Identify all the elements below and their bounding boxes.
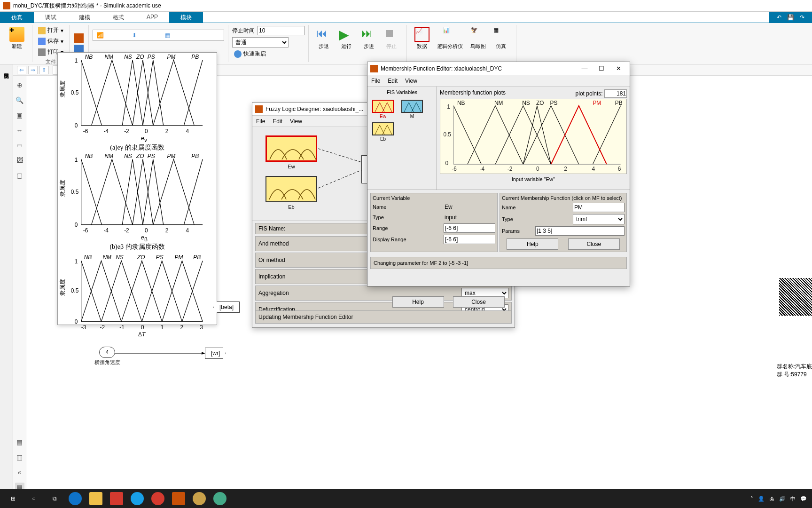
fuzzy-status: Updating Membership Function Editor <box>255 310 512 324</box>
tab-format[interactable]: 格式 <box>102 12 135 23</box>
nav-up-icon[interactable]: ⇑ <box>39 66 49 74</box>
fast-restart-button[interactable]: 快速重启 <box>232 49 304 59</box>
redo-icon[interactable]: ↷ <box>800 14 804 21</box>
fuzzy-menu-edit[interactable]: Edit <box>273 118 282 125</box>
mf-plot[interactable]: NBNMNSZOPSPMPB <box>440 99 627 174</box>
viewmark-icon[interactable]: ▢ <box>15 171 24 180</box>
app-cam-icon[interactable] <box>210 490 230 507</box>
sim-button[interactable]: ▦仿真 <box>490 25 512 62</box>
input-ew-label: Ew <box>265 164 317 169</box>
grid-icon[interactable]: ▦ <box>165 32 170 39</box>
tab-block[interactable]: 模块 <box>169 12 203 23</box>
var-eb[interactable] <box>372 122 394 135</box>
edge-icon[interactable] <box>65 490 86 507</box>
app-red-icon[interactable] <box>148 490 168 507</box>
mfe-menu-file[interactable]: File <box>371 78 380 84</box>
save-button[interactable]: 保存▾ <box>36 36 65 46</box>
tray-vol-icon[interactable]: 🔊 <box>779 496 786 502</box>
taskview-icon[interactable]: ⧉ <box>44 490 65 507</box>
svg-text:0.5: 0.5 <box>71 189 79 195</box>
down-icon[interactable]: ⬇ <box>132 32 137 39</box>
svg-text:PB: PB <box>193 254 201 261</box>
mfe-menu-view[interactable]: View <box>405 78 417 84</box>
image-icon[interactable]: 🖼 <box>15 156 24 165</box>
browser-icon[interactable] <box>127 490 148 507</box>
tray-people-icon[interactable]: 👤 <box>758 496 765 502</box>
open-button[interactable]: 打开▾ <box>36 25 65 35</box>
stop-button[interactable]: ⏹停止 <box>380 25 403 62</box>
mfe-help-button[interactable]: Help <box>507 238 558 250</box>
tab-debug[interactable]: 调试 <box>34 12 68 23</box>
logic-button[interactable]: 📊逻辑分析仪 <box>433 25 467 62</box>
undo-icon[interactable]: ↶ <box>777 14 781 21</box>
input-ew-box[interactable] <box>265 135 317 162</box>
annot-icon[interactable]: ▭ <box>15 141 24 150</box>
fit-icon[interactable]: ▣ <box>15 111 24 120</box>
tray-notif-icon[interactable]: 💬 <box>800 496 807 502</box>
fuzzy-close-button[interactable]: Close <box>453 296 505 308</box>
mf-type-select[interactable]: trimf <box>573 214 625 224</box>
app-gold-icon[interactable] <box>189 490 210 507</box>
wps-icon[interactable] <box>106 490 127 507</box>
mode-select[interactable]: 普通 <box>232 37 289 48</box>
mfe-title: Membership Function Editor: xiaoluolaosh… <box>381 65 502 72</box>
stop-icon: ⏹ <box>384 27 399 42</box>
tray-net-icon[interactable]: 🖧 <box>769 496 774 501</box>
zoom-icon[interactable]: 🔍 <box>15 95 24 105</box>
constant-block[interactable]: 4 <box>99 347 115 358</box>
display-range-input[interactable] <box>444 235 495 244</box>
panel1-icon[interactable]: ▤ <box>15 437 24 447</box>
var-eb-label: Eb <box>372 136 394 142</box>
mfe-menu-edit[interactable]: Edit <box>388 78 398 84</box>
mf-params-input[interactable] <box>535 226 625 236</box>
birdseye-button[interactable]: 🦅鸟瞰图 <box>467 25 490 62</box>
new-button[interactable]: ✚ 新建 <box>6 25 28 52</box>
library-icon[interactable] <box>74 33 84 43</box>
ruler-icon[interactable]: ↔ <box>15 126 24 135</box>
panel2-icon[interactable]: ▥ <box>15 452 24 462</box>
tab-app[interactable]: APP <box>135 12 169 23</box>
fuzzy-help-button[interactable]: Help <box>392 296 444 308</box>
range-input[interactable] <box>444 223 495 233</box>
tab-model[interactable]: 建模 <box>68 12 102 23</box>
maximize-icon[interactable]: ☐ <box>593 63 610 74</box>
svg-text:PS: PS <box>156 254 164 261</box>
minimize-icon[interactable]: — <box>576 63 593 74</box>
var-m[interactable] <box>401 100 423 113</box>
input-eb-box[interactable] <box>265 176 317 202</box>
svg-text:ΔT: ΔT <box>138 331 146 338</box>
run-button[interactable]: ▶运行 <box>335 25 358 62</box>
mfe-titlebar[interactable]: Membership Function Editor: xiaoluolaosh… <box>367 62 630 75</box>
goto-wr[interactable]: [wr] <box>205 348 226 359</box>
target-icon[interactable]: ⊕ <box>15 80 24 90</box>
start-button[interactable]: ⊞ <box>3 490 23 507</box>
svg-line-65 <box>318 169 363 188</box>
stepfwd-button[interactable]: ⏭步进 <box>358 25 380 62</box>
collapse-icon[interactable]: « <box>15 468 24 477</box>
curvar-type: input <box>444 213 495 222</box>
tab-simulate[interactable]: 仿真 <box>0 12 34 23</box>
stoptime-input[interactable] <box>258 26 304 35</box>
mf-name-input[interactable] <box>573 203 625 212</box>
nav-back-icon[interactable]: ⇐ <box>17 66 26 74</box>
matlab-icon[interactable] <box>168 490 189 507</box>
fuzzy-menu-view[interactable]: View <box>290 118 302 125</box>
tray-up-icon[interactable]: ˄ <box>750 496 753 502</box>
simulink-canvas[interactable]: 隶属度 00.51 -6-4-2024 eγ NBNMNSZOPSPMPB (a… <box>26 76 812 495</box>
from-beta[interactable]: [beta] <box>213 302 240 313</box>
plotpoints-input[interactable] <box>604 89 627 98</box>
fastrestart-icon <box>234 50 242 58</box>
mfe-close-button[interactable]: Close <box>568 238 620 250</box>
cortana-icon[interactable]: ○ <box>23 490 44 507</box>
nav-fwd-icon[interactable]: ⇒ <box>28 66 38 74</box>
plotpoints-label: plot points: <box>576 90 603 97</box>
fuzzy-menu-file[interactable]: File <box>256 118 265 125</box>
wifi-icon[interactable]: 📶 <box>97 32 104 39</box>
data-button[interactable]: 📈数据 <box>411 25 433 62</box>
close-icon[interactable]: ✕ <box>610 63 627 74</box>
save-icon[interactable]: 💾 <box>787 14 794 21</box>
stepback-button[interactable]: ⏮步退 <box>312 25 335 62</box>
explorer-icon[interactable] <box>86 490 106 507</box>
var-ew[interactable] <box>372 100 394 113</box>
tray-ime-icon[interactable]: 中 <box>790 495 796 502</box>
